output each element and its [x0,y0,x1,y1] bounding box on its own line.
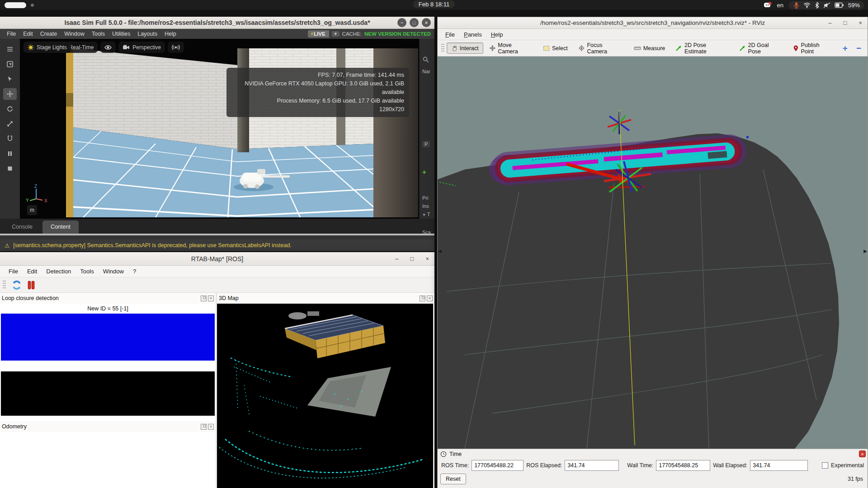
menu-panels[interactable]: Panels [460,31,486,38]
bluetooth-icon [815,2,819,9]
menu-file[interactable]: File [441,31,459,38]
undock-icon[interactable] [201,424,207,430]
menu-help[interactable]: Help [487,31,507,38]
reset-button[interactable]: Reset [440,474,466,484]
stat-gpu: NVIDIA GeForce RTX 4050 Laptop GPU: 3.0 … [231,80,404,97]
keyboard-layout[interactable]: en [777,2,783,9]
console-warning-row: ⚠ [semantics.schema.property] Semantics.… [0,239,434,251]
rtab-title-bar[interactable]: RTAB-Map* [ROS] – □ × [0,252,434,266]
live-sync-button[interactable]: ⚡LIVE [308,30,329,38]
discord-icon[interactable] [764,2,772,9]
wall-time-input[interactable] [656,460,710,471]
tool-publish-point[interactable]: Publish Point [788,40,838,57]
close-button[interactable]: × [859,19,862,26]
ros-time-input[interactable] [472,460,524,471]
strip-tab-p[interactable]: P [422,141,430,147]
odometry-header[interactable]: Odometry × [0,421,216,432]
maximize-button[interactable]: □ [410,255,414,262]
pause-icon[interactable] [3,148,17,160]
minimize-button[interactable]: – [395,255,398,262]
activities-indicator[interactable] [5,2,26,8]
close-icon[interactable]: × [208,424,214,430]
stage-lights-button[interactable]: Stage Lights [24,42,71,53]
scale-tool-icon[interactable] [3,118,17,130]
tool-2d-goal-pose[interactable]: 2D Goal Pose [735,40,787,57]
tab-console[interactable]: Console [4,221,41,234]
spacer [0,361,216,371]
menu-help[interactable]: Help [161,31,179,37]
menu-file[interactable]: File [5,268,22,275]
collapse-left-panel-arrow[interactable]: ◀ [438,249,442,253]
collapse-right-panel-arrow[interactable]: ▶ [863,249,867,253]
add-prim-icon[interactable]: + [422,168,426,176]
strip-section-t[interactable]: ▼ T [422,211,430,217]
maximize-button[interactable]: □ [844,19,847,26]
tool-move-camera[interactable]: Move Camera [485,40,537,57]
loop-closure-header[interactable]: Loop closure detection × [0,293,216,304]
tool-2d-pose-estimate[interactable]: 2D Pose Estimate [671,40,733,57]
axis-gizmo[interactable]: Z Y X [25,184,49,204]
tool-focus-camera[interactable]: Focus Camera [574,40,628,57]
odometry-content [0,432,216,488]
select-arrow-icon[interactable] [3,73,17,85]
viewport-scene[interactable] [20,39,419,219]
live-dropdown[interactable]: ▼ [332,31,340,37]
blue-marker-dot [746,136,749,138]
wall-elapsed-input[interactable] [750,460,808,471]
stop-icon[interactable] [3,163,17,174]
menu-window[interactable]: Window [61,31,87,37]
clock[interactable]: Feb 8 18:11 [413,0,455,8]
rotate-tool-icon[interactable] [3,103,17,115]
minimize-button[interactable]: – [828,19,831,26]
menu-help[interactable]: ? [129,268,140,275]
toolbar-drag-handle[interactable] [441,44,444,53]
loop-closure-caption: New ID = 55 [-1] [0,304,216,314]
system-tray[interactable]: 59% [789,1,864,9]
menu-detection[interactable]: Detection [42,268,75,275]
menu-edit[interactable]: Edit [23,268,41,275]
pause-button[interactable] [27,280,36,290]
menu-window[interactable]: Window [99,268,128,275]
minimize-button[interactable]: – [397,18,406,27]
rviz-title-bar[interactable]: /home/ros2-essentials/stretch3_ws/src/st… [438,17,868,29]
isaac-3d-viewport[interactable]: RTX - Real-Time Perspective Stage Lights [20,39,419,219]
move-tool-icon[interactable] [3,88,17,100]
tab-content[interactable]: Content [42,221,79,234]
stat-memory: Process Memory: 6.5 GiB used, 17.7 GiB a… [231,97,404,105]
search-icon[interactable] [422,56,429,63]
menu-create[interactable]: Create [37,31,61,37]
layers-icon[interactable] [3,43,17,55]
svg-text:Y: Y [26,198,29,203]
refresh-button[interactable] [11,280,22,291]
close-button[interactable]: × [425,255,429,262]
cursor-mode-icon[interactable] [3,58,17,70]
remove-tool-button[interactable]: − [853,43,865,53]
tool-interact[interactable]: Interact [447,42,483,54]
experimental-checkbox[interactable] [822,462,828,469]
menu-layouts[interactable]: Layouts [134,31,160,37]
menu-file[interactable]: File [4,31,19,37]
toolbar-drag-handle[interactable] [3,281,6,290]
close-icon[interactable]: × [208,296,214,301]
rviz-3d-view[interactable]: ◀ ▶ [438,56,868,449]
maximize-button[interactable]: □ [410,18,419,27]
undock-icon[interactable] [201,296,207,301]
tool-measure[interactable]: Measure [629,43,670,54]
menu-utilities[interactable]: Utilities [109,31,133,37]
snap-tool-icon[interactable] [3,133,17,145]
menu-tools[interactable]: Tools [89,31,108,37]
map3d-canvas[interactable] [217,304,433,488]
undock-icon[interactable] [420,296,425,301]
isaac-title-bar[interactable]: Isaac Sim Full 5.0.0 - file:/home/ros2-e… [0,17,434,29]
map3d-header[interactable]: 3D Map × [217,293,434,304]
close-time-panel-button[interactable]: × [859,450,866,457]
close-button[interactable]: × [422,18,431,27]
add-tool-button[interactable]: + [839,43,851,53]
units-button[interactable]: m [27,205,37,215]
close-icon[interactable]: × [427,296,433,301]
menu-edit[interactable]: Edit [20,31,36,37]
menu-tools[interactable]: Tools [76,268,98,275]
time-panel-header[interactable]: Time × [438,449,868,459]
tool-select[interactable]: Select [538,43,572,54]
ros-elapsed-input[interactable] [565,460,619,471]
